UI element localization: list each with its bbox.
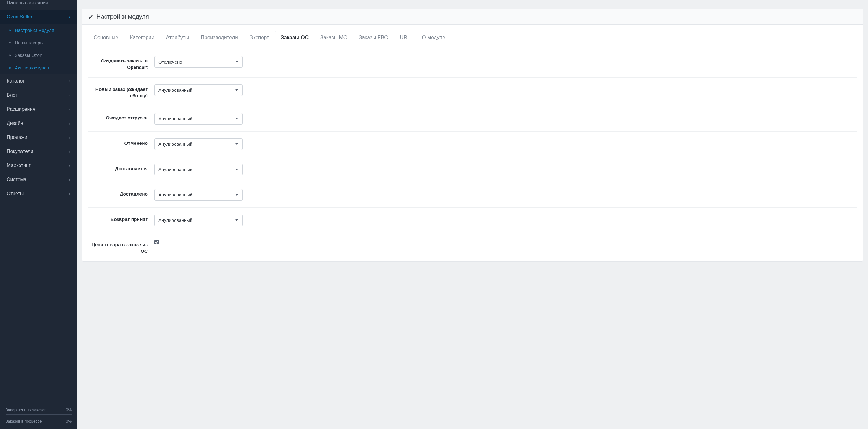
tab-orders-oc[interactable]: Заказы ОС — [275, 31, 314, 44]
row-delivered: Доставлено Анулированный — [88, 182, 857, 208]
sidebar-item-label: Отчеты — [7, 191, 24, 196]
pencil-icon — [88, 14, 93, 19]
sidebar-sub-module-settings[interactable]: » Настройки модуля — [0, 24, 77, 36]
tab-export[interactable]: Экспорт — [244, 31, 275, 44]
sidebar-footer: Завершенных заказов 0% Заказов в процесс… — [0, 404, 77, 429]
chevron-right-icon: › — [69, 149, 70, 154]
tab-orders-mc[interactable]: Заказы МС — [314, 31, 353, 44]
sidebar-item-label: Блог — [7, 92, 18, 98]
settings-card: Настройки модуля Основные Категории Атри… — [82, 8, 863, 262]
sidebar-sub-label: Заказы Ozon — [15, 53, 42, 58]
tab-label: Атрибуты — [166, 35, 189, 40]
sidebar-item-marketing[interactable]: Маркетинг › — [0, 158, 77, 173]
chevron-right-icon: › — [69, 177, 70, 182]
double-chevron-icon: » — [9, 66, 11, 69]
sidebar-item-label: Панель состояния — [7, 0, 48, 5]
row-new-order: Новый заказ (ожидает сборку) Анулированн… — [88, 78, 857, 106]
sidebar-sub-act-unavailable[interactable]: » Акт не доступен — [0, 62, 77, 74]
sidebar-item-label: Покупатели — [7, 149, 33, 154]
progress-row-completed: Завершенных заказов 0% — [5, 407, 71, 412]
field-label: Доставлено — [88, 189, 154, 197]
card-title: Настройки модуля — [96, 13, 149, 20]
progress-label: Завершенных заказов — [5, 407, 46, 412]
row-create-orders: Создавать заказы в Opencart Отключено — [88, 49, 857, 78]
sidebar-item-reports[interactable]: Отчеты › — [0, 187, 77, 201]
card-body: Основные Категории Атрибуты Производител… — [82, 25, 863, 261]
tab-label: Заказы МС — [320, 35, 347, 40]
tab-categories[interactable]: Категории — [124, 31, 160, 44]
chevron-right-icon: › — [69, 107, 70, 112]
row-delivering: Доставляется Анулированный — [88, 157, 857, 182]
row-cancelled: Отменено Анулированный — [88, 131, 857, 157]
chevron-right-icon: › — [69, 191, 70, 196]
sidebar-item-panel-state[interactable]: Панель состояния — [0, 0, 77, 10]
tab-about[interactable]: О модуле — [416, 31, 451, 44]
tab-label: Категории — [130, 35, 154, 40]
sidebar-item-sales[interactable]: Продажи › — [0, 130, 77, 145]
sidebar-sublist-ozon: » Настройки модуля » Наши товары » Заказ… — [0, 24, 77, 74]
progress-bar — [5, 414, 71, 415]
sidebar-item-customers[interactable]: Покупатели › — [0, 145, 77, 158]
select-create-orders[interactable]: Отключено — [154, 56, 243, 68]
tab-label: Основные — [94, 35, 118, 40]
select-awaiting-shipment[interactable]: Анулированный — [154, 113, 243, 125]
chevron-right-icon: › — [69, 135, 70, 140]
sidebar-item-extensions[interactable]: Расширения › — [0, 102, 77, 116]
tab-label: URL — [400, 35, 410, 40]
double-chevron-icon: » — [9, 54, 11, 57]
progress-value: 0% — [66, 407, 71, 412]
select-cancelled[interactable]: Анулированный — [154, 138, 243, 150]
sidebar-sub-label: Акт не доступен — [15, 65, 49, 70]
select-new-order[interactable]: Анулированный — [154, 85, 243, 96]
sidebar-sub-label: Наши товары — [15, 40, 43, 45]
chevron-right-icon: › — [69, 121, 70, 126]
tab-label: Заказы ОС — [281, 35, 309, 40]
sidebar-item-label: Продажи — [7, 135, 27, 140]
chevron-right-icon: › — [69, 163, 70, 168]
tab-url[interactable]: URL — [394, 31, 416, 44]
sidebar-item-ozon-seller[interactable]: Ozon Seller › — [0, 10, 77, 24]
sidebar-item-blog[interactable]: Блог › — [0, 88, 77, 102]
row-price-from-oc: Цена товара в заказе из ОС — [88, 233, 857, 261]
tab-orders-fbo[interactable]: Заказы FBO — [353, 31, 394, 44]
checkbox-price-from-oc[interactable] — [154, 240, 159, 244]
sidebar-item-catalog[interactable]: Каталог › — [0, 74, 77, 88]
card-header: Настройки модуля — [82, 9, 863, 25]
progress-row-in-process: Заказов в процессе 0% — [5, 419, 71, 424]
sidebar-item-label: Маркетинг — [7, 163, 31, 168]
sidebar-item-label: Каталог — [7, 78, 25, 84]
tab-manufacturers[interactable]: Производители — [195, 31, 244, 44]
sidebar: Панель состояния Ozon Seller › » Настрой… — [0, 0, 77, 429]
sidebar-item-system[interactable]: Система › — [0, 173, 77, 187]
sidebar-sub-our-products[interactable]: » Наши товары — [0, 36, 77, 49]
sidebar-sub-ozon-orders[interactable]: » Заказы Ozon — [0, 49, 77, 62]
tab-main[interactable]: Основные — [88, 31, 124, 44]
chevron-right-icon: › — [69, 79, 70, 84]
field-label: Новый заказ (ожидает сборку) — [88, 85, 154, 99]
tab-label: Заказы FBO — [359, 35, 388, 40]
field-label: Доставляется — [88, 164, 154, 172]
tabs: Основные Категории Атрибуты Производител… — [88, 30, 857, 44]
progress-label: Заказов в процессе — [5, 419, 41, 424]
main-content: Настройки модуля Основные Категории Атри… — [77, 0, 868, 429]
select-delivered[interactable]: Анулированный — [154, 189, 243, 201]
sidebar-item-design[interactable]: Дизайн › — [0, 116, 77, 130]
chevron-right-icon: › — [69, 14, 70, 19]
select-return-accepted[interactable]: Анулированный — [154, 214, 243, 226]
form: Создавать заказы в Opencart Отключено Но… — [88, 49, 857, 261]
select-delivering[interactable]: Анулированный — [154, 164, 243, 175]
sidebar-item-label: Дизайн — [7, 121, 23, 126]
field-label: Цена товара в заказе из ОС — [88, 240, 154, 254]
tab-attributes[interactable]: Атрибуты — [160, 31, 195, 44]
progress-value: 0% — [66, 419, 71, 424]
tab-label: Экспорт — [250, 35, 269, 40]
sidebar-item-label: Система — [7, 177, 26, 182]
chevron-right-icon: › — [69, 93, 70, 98]
field-label: Отменено — [88, 138, 154, 147]
field-label: Ожидает отгрузки — [88, 113, 154, 121]
sidebar-item-label: Расширения — [7, 106, 35, 112]
double-chevron-icon: » — [9, 41, 11, 44]
sidebar-sub-label: Настройки модуля — [15, 28, 54, 33]
tab-label: О модуле — [422, 35, 445, 40]
field-label: Создавать заказы в Opencart — [88, 56, 154, 71]
